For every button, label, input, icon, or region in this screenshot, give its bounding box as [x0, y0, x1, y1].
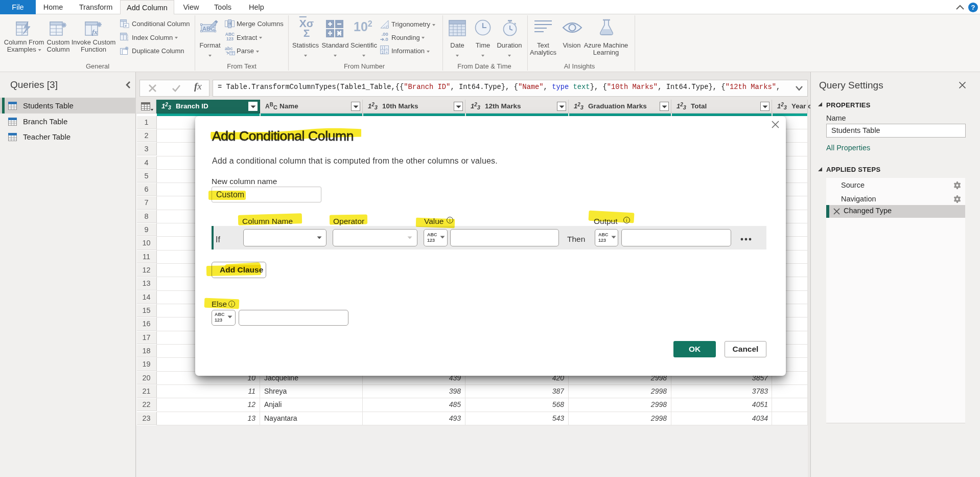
svg-text:1: 1 [382, 46, 384, 50]
svg-text:≠: ≠ [125, 24, 127, 28]
svg-text:3: 3 [382, 51, 384, 54]
svg-text:+: + [386, 50, 388, 55]
svg-text:fx: fx [92, 28, 98, 36]
svg-text:abc: abc [225, 46, 233, 51]
svg-text:3: 3 [127, 38, 128, 41]
